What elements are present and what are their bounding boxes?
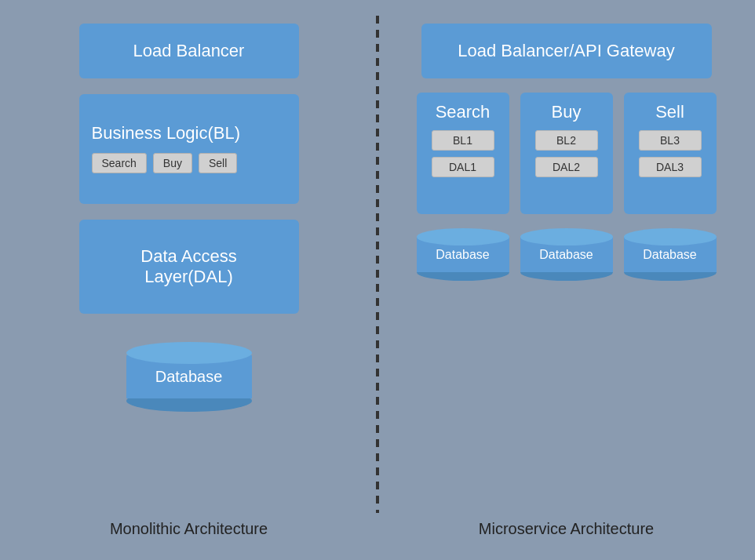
buy-dal2: DAL2	[535, 157, 598, 177]
service-buttons: Search Buy Sell	[92, 153, 238, 173]
business-logic-box: Business Logic(BL) Search Buy Sell	[79, 94, 299, 204]
load-balancer-label: Load Balancer	[133, 41, 245, 61]
db2-top	[520, 228, 613, 245]
sell-svc-title: Sell	[655, 102, 684, 122]
db2-cylinder: Database	[520, 228, 613, 281]
divider	[376, 16, 379, 513]
buy-service-btn: Buy	[153, 153, 192, 173]
business-logic-title: Business Logic(BL)	[92, 123, 241, 144]
databases-row: Database Database Database	[417, 228, 717, 281]
buy-microservice: Buy BL2 DAL2	[520, 93, 613, 214]
search-svc-title: Search	[436, 102, 491, 122]
database-label: Database	[155, 368, 223, 386]
microservices-row: Search BL1 DAL1 Buy BL2 DAL2 Sell BL3 DA…	[417, 93, 717, 214]
sell-dal3: DAL3	[639, 157, 702, 177]
api-gateway-label: Load Balancer/API Gateway	[458, 41, 674, 61]
buy-svc-title: Buy	[552, 102, 582, 122]
right-column: Load Balancer/API Gateway Search BL1 DAL…	[378, 0, 755, 560]
sell-microservice: Sell BL3 DAL3	[624, 93, 717, 214]
sell-service-btn: Sell	[199, 153, 237, 173]
dal-label: Data Access Layer(DAL)	[140, 246, 236, 287]
api-gateway-box: Load Balancer/API Gateway	[421, 24, 712, 78]
db3-label: Database	[643, 248, 697, 262]
db1-label: Database	[436, 248, 490, 262]
db-top	[126, 342, 252, 364]
right-caption: Microservice Architecture	[479, 520, 654, 552]
main-container: Load Balancer Business Logic(BL) Search …	[0, 0, 755, 560]
db3-cylinder: Database	[624, 228, 717, 281]
sell-bl3: BL3	[639, 130, 702, 151]
buy-bl2: BL2	[535, 130, 598, 151]
load-balancer-box: Load Balancer	[79, 24, 299, 78]
search-dal1: DAL1	[432, 157, 494, 177]
db1-cylinder: Database	[417, 228, 509, 281]
dal-box: Data Access Layer(DAL)	[79, 220, 299, 314]
search-microservice: Search BL1 DAL1	[417, 93, 509, 214]
left-column: Load Balancer Business Logic(BL) Search …	[0, 0, 378, 560]
database-cylinder: Database	[126, 337, 252, 416]
right-content: Load Balancer/API Gateway Search BL1 DAL…	[401, 24, 731, 281]
db1-top	[417, 228, 509, 245]
left-caption: Monolithic Architecture	[110, 520, 268, 552]
db2-label: Database	[539, 248, 593, 262]
db3-top	[624, 228, 717, 245]
search-service-btn: Search	[92, 153, 147, 173]
search-bl1: BL1	[432, 130, 494, 151]
